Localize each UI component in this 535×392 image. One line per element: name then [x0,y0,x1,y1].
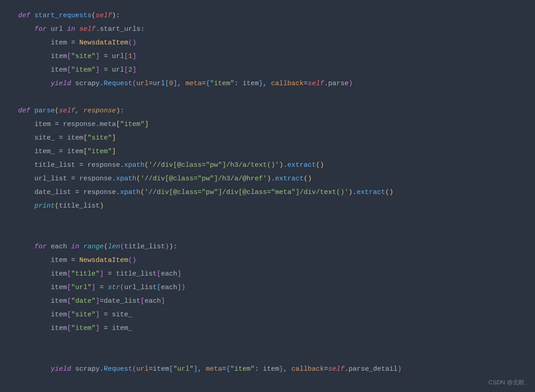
keyword-def: def [18,12,30,19]
builtin-print: print [34,202,55,210]
class-newsdataitem: NewsdataItem [79,39,128,47]
self-param: self [96,12,112,19]
func-parse: parse [34,107,55,115]
builtin-range: range [83,243,104,251]
func-start-requests: start_requests [34,12,92,19]
keyword-yield: yield [51,80,71,87]
var-url: url [51,25,63,33]
watermark: CSDN @北欧。 [488,376,530,389]
code-block: def start_requests(self): for url in sel… [0,0,535,385]
builtin-str: str [108,284,120,291]
keyword-for: for [34,25,47,33]
keyword-in: in [67,25,75,33]
param-response: response [83,107,116,115]
builtin-len: len [108,243,120,251]
